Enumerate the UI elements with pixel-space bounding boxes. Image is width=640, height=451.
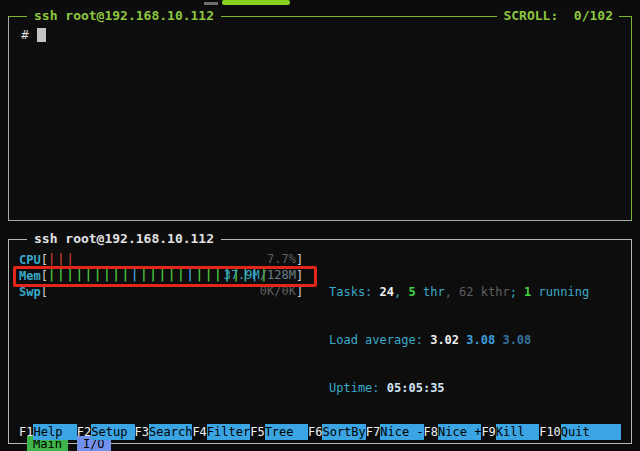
cpu-gauge-bars: ||| [48, 251, 76, 267]
pane-title: ssh root@192.168.10.112 [27, 8, 221, 24]
fkey-f9[interactable]: F9Kill [481, 424, 539, 440]
fkey-f3[interactable]: F3Search [135, 424, 193, 440]
fkey-f7[interactable]: F7Nice - [366, 424, 424, 440]
mem-meter: Mem[||||||||||||||||||||||||37.9M/128M] [19, 268, 315, 284]
prompt-char: # [21, 27, 29, 42]
pane-shell[interactable]: ssh root@192.168.10.112 SCROLL: 0/102 # [8, 16, 632, 221]
info-column: Tasks: 24, 5 thr, 62 kthr; 1 running Loa… [315, 252, 621, 428]
mem-gauge-text: 37.9M/128M [224, 267, 296, 283]
fkey-f2[interactable]: F2Setup [77, 424, 135, 440]
htop-meters-area: CPU[|||7.7%] Mem[|||||||||||||||||||||||… [19, 252, 621, 428]
fkey-f6[interactable]: F6SortBy [308, 424, 366, 440]
cpu-meter-label: CPU [19, 253, 41, 267]
fkey-f4[interactable]: F4Filter [192, 424, 250, 440]
fkey-f10[interactable]: F10Quit [539, 424, 621, 440]
video-progress-track [204, 2, 218, 5]
swp-meter-label: Swp [19, 285, 41, 299]
swp-gauge-text: 0K/0K [260, 283, 296, 299]
mem-meter-label: Mem [19, 269, 41, 283]
uptime-line: Uptime: 05:05:35 [329, 380, 621, 396]
function-key-bar[interactable]: F1HelpF2SetupF3SearchF4FilterF5TreeF6Sor… [19, 424, 621, 440]
meter-column: CPU[|||7.7%] Mem[|||||||||||||||||||||||… [19, 252, 315, 428]
video-progress-bar [222, 0, 290, 5]
tasks-line: Tasks: 24, 5 thr, 62 kthr; 1 running [329, 284, 621, 300]
load-average-line: Load average: 3.02 3.08 3.08 [329, 332, 621, 348]
fkey-f1[interactable]: F1Help [19, 424, 77, 440]
cpu-gauge-text: 7.7% [267, 251, 296, 267]
terminal-screen: ssh root@192.168.10.112 SCROLL: 0/102 # … [0, 0, 640, 451]
pane-htop[interactable]: ssh root@192.168.10.112 CPU[|||7.7%] Mem… [8, 239, 632, 444]
fkey-f5[interactable]: F5Tree [250, 424, 308, 440]
scroll-indicator: SCROLL: 0/102 [497, 8, 619, 24]
cpu-meter: CPU[|||7.7%] [19, 252, 315, 268]
fkey-f8[interactable]: F8Nice + [424, 424, 482, 440]
text-cursor [37, 28, 46, 42]
htop-app: CPU[|||7.7%] Mem[|||||||||||||||||||||||… [9, 240, 631, 443]
swp-meter: Swp[0K/0K] [19, 284, 315, 300]
